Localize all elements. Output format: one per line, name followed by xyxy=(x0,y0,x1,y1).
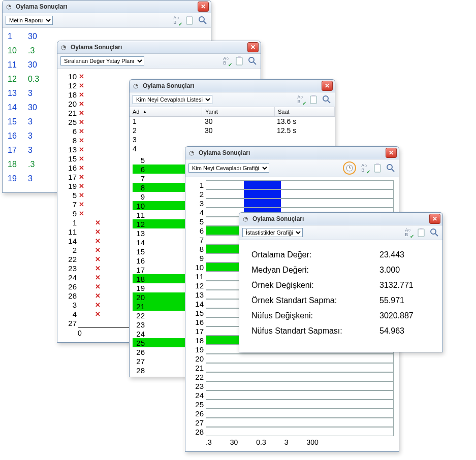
titlebar[interactable]: ◔ Oylama Sonuçları ✕ xyxy=(185,147,399,159)
text-row: 130 xyxy=(8,32,206,41)
report-type-dropdown[interactable]: Sıralanan Değer Yatay Planı xyxy=(60,56,144,65)
window-title: Oylama Sonuçları xyxy=(143,82,322,89)
svg-rect-8 xyxy=(310,96,316,104)
close-button[interactable]: ✕ xyxy=(247,42,259,52)
report-type-dropdown[interactable]: Metin Raporu xyxy=(6,16,53,25)
close-button[interactable]: ✕ xyxy=(322,81,333,91)
close-button[interactable]: ✕ xyxy=(386,148,397,158)
axis-min: 0 xyxy=(78,329,82,337)
stat-row: Örnek Değişkeni:3132.771 xyxy=(251,281,430,290)
stat-label: Ortalama Değer: xyxy=(251,250,379,259)
svg-rect-20 xyxy=(420,228,423,229)
chart-row: 22 xyxy=(191,372,394,381)
stat-row: Ortalama Değer:23.443 xyxy=(251,250,430,259)
clipboard-icon[interactable] xyxy=(184,15,195,25)
svg-rect-5 xyxy=(238,56,241,58)
stat-value: 3020.887 xyxy=(379,311,430,320)
toolbar: Kim Neyi Cevapladı Listesi A○B✔ xyxy=(130,92,335,107)
chart-row: 25 xyxy=(191,400,394,409)
magnify-icon[interactable] xyxy=(247,56,258,66)
ab-check-icon[interactable]: A○B✔ xyxy=(171,15,181,25)
close-button[interactable]: ✕ xyxy=(429,214,440,224)
axis-tick: .3 xyxy=(206,438,212,446)
svg-point-21 xyxy=(431,229,436,234)
svg-line-7 xyxy=(253,62,256,64)
report-type-dropdown[interactable]: Kim Neyi Cevapladı Grafiği xyxy=(188,163,269,173)
app-icon: ◔ xyxy=(241,215,249,223)
chart-row: 2 xyxy=(191,189,394,199)
clipboard-icon[interactable] xyxy=(234,56,244,66)
magnify-icon[interactable] xyxy=(322,94,332,105)
svg-point-10 xyxy=(323,96,328,101)
window-title: Oylama Sonuçları xyxy=(71,44,247,51)
app-icon: ◔ xyxy=(59,43,68,51)
magnify-icon[interactable] xyxy=(386,163,396,173)
chart-row: 28 xyxy=(191,427,394,436)
stat-value: 3132.771 xyxy=(379,281,430,290)
chart-row: 23 xyxy=(191,381,394,390)
titlebar[interactable]: ◔ Oylama Sonuçları ✕ xyxy=(57,41,261,54)
svg-line-11 xyxy=(328,101,330,103)
app-icon: ◔ xyxy=(132,82,140,90)
titlebar[interactable]: ◔ Oylama Sonuçları ✕ xyxy=(239,213,442,225)
app-icon: ◔ xyxy=(5,3,13,11)
table-header[interactable]: Ad▲ Yanıt Saat xyxy=(130,107,335,117)
stat-value: 55.971 xyxy=(379,296,430,305)
col-yanit[interactable]: Yanıt xyxy=(202,107,275,116)
stat-value: 54.963 xyxy=(379,326,430,336)
table-row[interactable]: 23012.5 s xyxy=(130,126,335,135)
close-button[interactable]: ✕ xyxy=(198,2,209,12)
table-row[interactable]: 3 xyxy=(130,135,335,144)
svg-rect-19 xyxy=(418,229,424,237)
statistics-body: Ortalama Değer:23.443Medyan Değeri:3.000… xyxy=(239,240,442,352)
titlebar[interactable]: ◔ Oylama Sonuçları ✕ xyxy=(3,1,211,13)
toolbar: Metin Raporu A○B✔ xyxy=(3,13,211,28)
magnify-icon[interactable] xyxy=(429,227,439,238)
stat-value: 3.000 xyxy=(379,266,430,275)
window-title: Oylama Sonuçları xyxy=(199,149,386,156)
stat-label: Nüfus Standart Sapması: xyxy=(251,326,379,336)
clipboard-icon[interactable] xyxy=(416,227,426,238)
svg-point-17 xyxy=(387,165,392,170)
stat-value: 23.443 xyxy=(379,250,430,259)
report-type-dropdown[interactable]: İstastistikler Grafiği xyxy=(242,228,303,237)
ab-check-icon[interactable]: A○B✔ xyxy=(295,94,305,105)
clock-icon[interactable] xyxy=(343,161,356,175)
stat-row: Örnek Standart Sapma:55.971 xyxy=(251,296,430,305)
svg-line-22 xyxy=(435,234,438,236)
ab-check-icon[interactable]: A○B✔ xyxy=(221,56,231,66)
stat-row: Medyan Değeri:3.000 xyxy=(251,266,430,275)
col-saat[interactable]: Saat xyxy=(275,107,335,116)
chart-row: 3 xyxy=(191,199,394,208)
app-icon: ◔ xyxy=(187,149,196,157)
table-row[interactable]: 13013.6 s xyxy=(130,117,335,126)
report-type-dropdown[interactable]: Kim Neyi Cevapladı Listesi xyxy=(133,95,212,104)
ab-check-icon[interactable]: A○B✔ xyxy=(359,163,369,173)
x-axis: .3300.33300 xyxy=(206,436,394,446)
chart-row: 27 xyxy=(191,418,394,427)
stat-label: Medyan Değeri: xyxy=(251,266,379,275)
ab-check-icon[interactable]: A○B✔ xyxy=(403,227,413,238)
axis-tick: 300 xyxy=(307,438,319,446)
stat-label: Örnek Standart Sapma: xyxy=(251,296,379,305)
sort-asc-icon: ▲ xyxy=(142,109,147,114)
chart-row: 26 xyxy=(191,409,394,418)
svg-rect-15 xyxy=(374,165,380,172)
svg-line-3 xyxy=(204,21,206,24)
clipboard-icon[interactable] xyxy=(372,163,383,173)
chart-row: 1 xyxy=(191,180,394,189)
stat-label: Nüfus Değişkeni: xyxy=(251,311,379,320)
svg-rect-1 xyxy=(188,16,191,17)
svg-rect-9 xyxy=(312,95,315,96)
toolbar: Kim Neyi Cevapladı Grafiği A○B✔ xyxy=(185,159,399,177)
col-ad[interactable]: Ad▲ xyxy=(130,107,202,116)
svg-rect-4 xyxy=(236,57,242,65)
clipboard-icon[interactable] xyxy=(308,94,319,105)
magnify-icon[interactable] xyxy=(198,15,208,25)
titlebar[interactable]: ◔ Oylama Sonuçları ✕ xyxy=(130,80,335,92)
window-title: Oylama Sonuçları xyxy=(16,3,198,10)
chart-row: 24 xyxy=(191,390,394,400)
svg-rect-16 xyxy=(376,163,379,165)
stat-row: Nüfus Standart Sapması:54.963 xyxy=(251,326,430,336)
window-title: Oylama Sonuçları xyxy=(252,215,429,222)
